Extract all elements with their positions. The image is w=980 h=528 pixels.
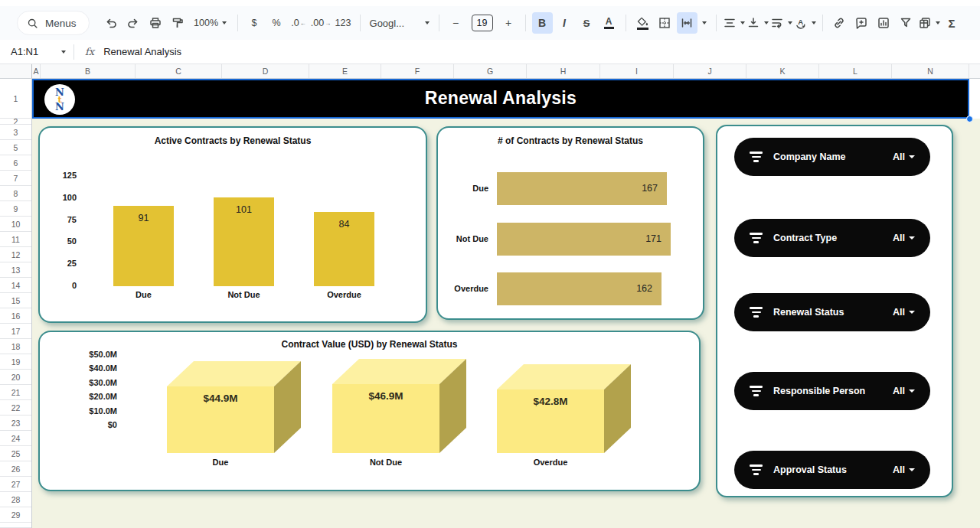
row-header-14[interactable]: 14 (0, 278, 31, 293)
insert-comment-button[interactable] (851, 12, 872, 34)
row-header-7[interactable]: 7 (0, 171, 31, 186)
zoom-select[interactable]: 100% (190, 12, 231, 34)
filter-pill-responsible-person[interactable]: Responsible PersonAll (734, 372, 930, 410)
filter-pill-approval-status[interactable]: Approval StatusAll (734, 451, 930, 489)
filter-value-dropdown[interactable]: All (893, 307, 915, 318)
select-all-corner[interactable] (0, 64, 32, 78)
percent-format-button[interactable]: % (266, 12, 287, 34)
merge-options-caret[interactable] (699, 12, 710, 34)
column-header-H[interactable]: H (527, 64, 600, 78)
row-header-8[interactable]: 8 (0, 186, 31, 201)
chart-card-active-contracts[interactable]: Active Contracts by Renewal Status 02550… (38, 126, 427, 323)
row-header-26[interactable]: 26 (0, 461, 31, 477)
increase-font-size-button[interactable]: + (498, 12, 519, 34)
text-rotation-button[interactable]: A (794, 12, 816, 34)
column-header-F[interactable]: F (381, 64, 454, 78)
row-header-21[interactable]: 21 (0, 385, 31, 400)
row-header-18[interactable]: 18 (0, 339, 31, 354)
paint-format-button[interactable] (168, 12, 188, 34)
row-header-22[interactable]: 22 (0, 400, 31, 416)
filter-label: Company Name (773, 152, 845, 162)
decrease-decimal-button[interactable]: .0← (289, 12, 309, 34)
row-header-20[interactable]: 20 (0, 370, 31, 385)
row-header-13[interactable]: 13 (0, 262, 31, 278)
column-header-N[interactable]: N (892, 64, 969, 78)
strikethrough-button[interactable]: S (577, 12, 597, 34)
increase-decimal-button[interactable]: .00→ (311, 12, 332, 34)
create-filter-button[interactable] (896, 12, 916, 34)
row-header-5[interactable]: 5 (0, 140, 31, 155)
row-header-28[interactable]: 28 (0, 492, 31, 507)
filter-pill-company-name[interactable]: Company NameAll (734, 138, 930, 176)
menus-search[interactable]: Menus (17, 11, 90, 35)
redo-button[interactable] (123, 12, 144, 34)
print-button[interactable] (145, 12, 166, 34)
sheet-canvas[interactable]: N t N Renewal Analysis Active Contracts … (32, 79, 980, 528)
table-views-button[interactable] (918, 12, 940, 34)
row-header-9[interactable]: 9 (0, 201, 31, 217)
y-axis-tick-label: 125 (46, 171, 77, 180)
name-box[interactable]: A1:N1 (0, 46, 74, 57)
y-axis-tick-label: $40.0M (46, 363, 117, 373)
decrease-font-size-button[interactable]: − (446, 12, 466, 34)
filter-value-dropdown[interactable]: All (893, 464, 915, 475)
insert-chart-button[interactable] (874, 12, 894, 34)
currency-format-button[interactable]: $ (244, 12, 265, 34)
filter-label: Responsible Person (773, 386, 865, 396)
formula-input[interactable]: Renewal Analysis (103, 46, 181, 57)
row-header-25[interactable]: 25 (0, 446, 31, 461)
chart-card-contract-count[interactable]: # of Contracts by Renewal Status Due167N… (436, 126, 704, 320)
filter-value-dropdown[interactable]: All (893, 386, 915, 396)
merge-cells-button[interactable] (677, 12, 697, 34)
font-family-select[interactable]: Googl... (370, 18, 430, 29)
row-header-29[interactable]: 29 (0, 507, 31, 523)
column-header-K[interactable]: K (746, 64, 819, 78)
insert-link-button[interactable] (829, 12, 850, 34)
column-header-E[interactable]: E (309, 64, 381, 78)
column-header-A[interactable]: A (32, 64, 41, 78)
column-header-J[interactable]: J (674, 64, 746, 78)
fill-handle[interactable] (966, 116, 973, 122)
row-header-15[interactable]: 15 (0, 293, 31, 308)
row-header-19[interactable]: 19 (0, 354, 31, 370)
more-formats-button[interactable]: 123 (333, 12, 354, 34)
column-header-C[interactable]: C (136, 64, 222, 78)
font-size-input[interactable]: 19 (472, 15, 493, 31)
text-wrap-button[interactable] (770, 12, 792, 34)
functions-button[interactable]: Σ (942, 12, 962, 34)
fill-color-button[interactable] (632, 12, 653, 34)
row-header-24[interactable]: 24 (0, 431, 31, 446)
column-header-L[interactable]: L (819, 64, 892, 78)
column-header-B[interactable]: B (41, 64, 136, 78)
column-header-G[interactable]: G (454, 64, 527, 78)
italic-button[interactable]: I (554, 12, 575, 34)
row-header-2[interactable]: 2 (0, 119, 31, 125)
bold-button[interactable]: B (532, 12, 553, 34)
filter-pill-renewal-status[interactable]: Renewal StatusAll (734, 293, 930, 331)
row-header-12[interactable]: 12 (0, 247, 31, 262)
borders-button[interactable] (655, 12, 675, 34)
row-header-1[interactable]: 1 (0, 79, 31, 119)
filter-pill-contract-type[interactable]: Contract TypeAll (734, 219, 930, 257)
filter-value-dropdown[interactable]: All (893, 233, 915, 243)
text-color-button[interactable]: A (599, 12, 619, 34)
row-header-23[interactable]: 23 (0, 416, 31, 431)
row-header-16[interactable]: 16 (0, 308, 31, 324)
title-banner-cell[interactable]: N t N Renewal Analysis (32, 79, 969, 119)
row-header-10[interactable]: 10 (0, 217, 31, 232)
column-header-I[interactable]: I (600, 64, 674, 78)
vertical-align-button[interactable] (746, 12, 769, 34)
y-axis-tick-label: $30.0M (46, 378, 117, 387)
row-header-6[interactable]: 6 (0, 155, 31, 171)
chart-card-contract-value[interactable]: Contract Value (USD) by Renewal Status $… (38, 331, 701, 491)
vertical-align-icon (746, 16, 760, 30)
row-header-17[interactable]: 17 (0, 324, 31, 339)
row-header-27[interactable]: 27 (0, 477, 31, 492)
horizontal-align-button[interactable] (723, 12, 745, 34)
row-header-11[interactable]: 11 (0, 232, 31, 247)
filter-icon (750, 152, 763, 162)
row-header-3[interactable]: 3 (0, 125, 31, 140)
column-header-D[interactable]: D (222, 64, 309, 78)
filter-value-dropdown[interactable]: All (893, 152, 915, 162)
undo-button[interactable] (101, 12, 122, 34)
